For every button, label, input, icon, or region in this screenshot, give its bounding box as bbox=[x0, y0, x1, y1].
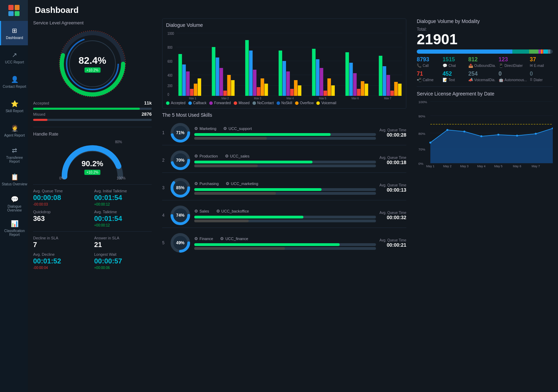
logo-sq-blue bbox=[8, 11, 14, 16]
avg-initial-talktime-value: 00:01:54 bbox=[94, 194, 152, 202]
avg-queue-time-item: Avg. Queue Time 00:00:08 -00:00:03 bbox=[33, 189, 91, 206]
sidebar-item-transferee-report[interactable]: ⇄ Transferee Report bbox=[0, 143, 28, 167]
accepted-value: 11k bbox=[144, 100, 152, 106]
svg-text:0%: 0% bbox=[418, 162, 424, 166]
avg-talktime-value: 00:01:54 bbox=[94, 215, 152, 223]
modality-total-value: 21901 bbox=[417, 32, 553, 47]
svg-rect-19 bbox=[186, 71, 190, 96]
svg-rect-28 bbox=[231, 80, 234, 96]
sidebar-label-dashboard: Dashboard bbox=[6, 36, 23, 40]
sidebar-item-classification-report[interactable]: 📊 Classification Report bbox=[0, 216, 28, 240]
handle-label-0: 0% bbox=[59, 176, 64, 180]
divider-right bbox=[417, 86, 553, 87]
svg-rect-17 bbox=[179, 54, 182, 96]
skill-time-4: Avg. Queue Time 00:00:32 bbox=[379, 211, 406, 220]
skill-bar-bg-2 bbox=[194, 161, 376, 163]
missed-row: Missed 2876 bbox=[33, 112, 152, 117]
svg-rect-42 bbox=[316, 59, 319, 96]
missed-stat: Missed 2876 bbox=[33, 112, 152, 121]
accepted-bar bbox=[33, 108, 140, 110]
skill-num-4: 4 bbox=[162, 213, 166, 218]
svg-rect-38 bbox=[290, 89, 294, 96]
avg-queue-time-label: Avg. Queue Time bbox=[33, 189, 91, 193]
svg-rect-34 bbox=[264, 84, 268, 96]
sidebar-label-agent: Agent Report bbox=[4, 133, 25, 137]
modality-outbound-name: 📤OutboundDia. bbox=[468, 63, 496, 68]
modality-voicemail-val: 254 bbox=[468, 71, 496, 77]
skill-bar-dark-bg-3 bbox=[194, 192, 376, 195]
avg-talktime-delta: +00:00:12 bbox=[94, 223, 152, 227]
skill-name-ucc-support: ⚙UCC_support bbox=[223, 126, 252, 131]
skill-names-4: ⚙Sales ⚙UCC_backoffice bbox=[194, 209, 376, 214]
missed-bar-bg bbox=[33, 119, 152, 121]
modality-dialer-val: 0 bbox=[530, 71, 553, 77]
legend-dot-forwarded bbox=[209, 101, 213, 105]
svg-rect-23 bbox=[212, 47, 215, 96]
svg-rect-51 bbox=[361, 81, 364, 96]
svg-rect-29 bbox=[245, 40, 249, 96]
skill-bar-dark-bg-4 bbox=[194, 220, 376, 222]
skill-bar-dark-bg-5 bbox=[194, 247, 376, 250]
sidebar-label-skill: Skill Report bbox=[6, 109, 23, 113]
skill-time-value-4: 00:00:32 bbox=[379, 215, 406, 220]
avg-decline-value: 00:01:52 bbox=[33, 257, 91, 265]
svg-rect-53 bbox=[379, 56, 382, 96]
skills-title: The 5 Most Used Skills bbox=[162, 112, 406, 118]
dialogue-volume-svg: 1000 800 600 400 200 0 bbox=[166, 30, 402, 99]
skill-bar-3 bbox=[194, 188, 322, 191]
svg-text:May 1: May 1 bbox=[426, 164, 435, 168]
avg-queue-time-delta: -00:00:03 bbox=[33, 202, 91, 206]
legend-dot-overflow bbox=[295, 101, 299, 105]
modality-autonomous-val: 0 bbox=[499, 71, 527, 77]
sidebar-item-skill-report[interactable]: ⭐ Skill Report bbox=[0, 94, 28, 118]
sidebar-item-dashboard[interactable]: ⊞ Dashboard bbox=[0, 21, 28, 45]
sidebar-item-contact-report[interactable]: 👤 Contact Report bbox=[0, 70, 28, 94]
svg-rect-48 bbox=[349, 63, 353, 96]
skill-time-label-3: Avg. Queue Time bbox=[379, 183, 406, 187]
svg-rect-56 bbox=[390, 91, 394, 96]
avg-decline-delta: -00:00:04 bbox=[33, 266, 91, 270]
modality-autonomous-name: 🤖Autonomous... bbox=[499, 78, 527, 82]
skill-info-1: ⚙Marketing ⚙UCC_support bbox=[194, 126, 376, 140]
skill-num-2: 2 bbox=[162, 158, 166, 163]
skill-bar-bg-4 bbox=[194, 216, 376, 218]
accepted-bar-bg bbox=[33, 108, 152, 110]
longest-wait-delta: +00:00:06 bbox=[94, 266, 152, 270]
skill-bar-dark-2 bbox=[194, 164, 258, 167]
svg-rect-22 bbox=[198, 78, 201, 96]
skill-bar-2 bbox=[194, 161, 312, 163]
skill-time-value-1: 00:00:28 bbox=[379, 132, 406, 138]
svg-rect-44 bbox=[324, 91, 327, 96]
sidebar-item-dialogue-overview[interactable]: 💬 Dialogue Overview bbox=[0, 192, 28, 216]
skill-names-3: ⚙Purchasing ⚙UCC_marketing bbox=[194, 181, 376, 186]
accepted-row: Accepted 11k bbox=[33, 100, 152, 106]
sidebar-item-status-overview[interactable]: 📋 Status Overview bbox=[0, 167, 28, 192]
svg-rect-52 bbox=[365, 84, 368, 96]
missed-value: 2876 bbox=[142, 112, 152, 117]
skill-bar-dark-1 bbox=[194, 137, 267, 140]
sidebar-item-agent-report[interactable]: 🤵 Agent Report bbox=[0, 118, 28, 143]
svg-text:May 5: May 5 bbox=[494, 164, 503, 168]
quickdrop-value: 363 bbox=[33, 215, 91, 223]
legend-accepted: Accepted bbox=[166, 101, 186, 105]
modality-bar bbox=[417, 49, 553, 54]
skill-names-2: ⚙Production ⚙UCC_sales bbox=[194, 154, 376, 159]
skill-name-purchasing: ⚙Purchasing bbox=[194, 181, 219, 186]
svg-text:May 4: May 4 bbox=[287, 96, 294, 99]
skill-name-marketing: ⚙Marketing bbox=[194, 126, 216, 131]
svg-point-90 bbox=[463, 131, 466, 132]
sidebar-item-ucc-report[interactable]: ↗ UCC Report bbox=[0, 45, 28, 70]
svg-rect-20 bbox=[190, 89, 194, 96]
dialogue-icon: 💬 bbox=[11, 195, 18, 203]
skill-name-ucc-sales: ⚙UCC_sales bbox=[225, 154, 250, 159]
skill-time-value-3: 00:00:13 bbox=[379, 187, 406, 193]
modality-call: 8793 📞Call bbox=[417, 56, 440, 68]
legend-label-voicemail: Voicemail bbox=[321, 101, 336, 105]
metrics-grid-1: Avg. Queue Time 00:00:08 -00:00:03 Avg. … bbox=[33, 189, 152, 227]
logo-sq-red bbox=[8, 5, 14, 10]
decline-sla-item: Decline in SLA 7 bbox=[33, 236, 91, 249]
modality-voicemail: 254 📣VoicemailDia. bbox=[468, 71, 496, 82]
skill-name-ucc-backoffice: ⚙UCC_backoffice bbox=[216, 209, 249, 214]
middle-panel: Dialogue Volume 1000 800 600 400 200 0 bbox=[157, 17, 412, 392]
main-content: Dashboard Service Level Agreement bbox=[28, 0, 558, 392]
